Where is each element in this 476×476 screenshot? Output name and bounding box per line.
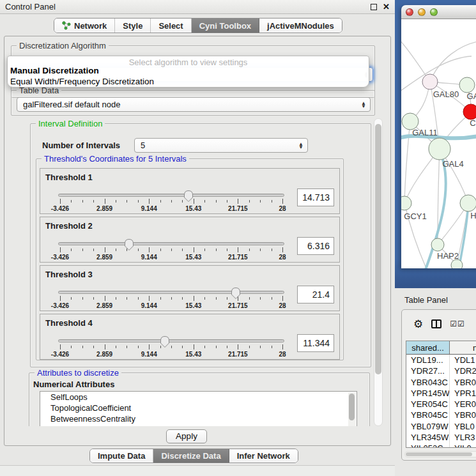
algorithm-dropdown-popup: Select algorithm to view settings Manual… <box>7 56 369 88</box>
close-icon[interactable]: ✕ <box>383 4 390 10</box>
network-edge-thick[interactable] <box>459 211 468 268</box>
network-node[interactable] <box>429 138 450 160</box>
network-view-window[interactable]: GAL80GACGAL11GAL4GCY1HHAP2 <box>401 5 476 268</box>
table-cell: YER054C <box>406 399 450 410</box>
threshold-value-field[interactable]: 21.4 <box>297 286 334 303</box>
table-row[interactable]: YBL079WYBL0 <box>406 421 476 432</box>
network-node[interactable] <box>460 195 476 211</box>
slider-thumb[interactable] <box>160 335 170 348</box>
table-horizontal-scrollbar[interactable] <box>404 451 476 457</box>
float-window-icon[interactable] <box>371 4 377 10</box>
attribute-item[interactable]: BetweennessCentrality <box>40 413 357 424</box>
threshold-slider[interactable]: -3.4262.8599.14415.4321.71528 <box>58 335 284 358</box>
tab-select[interactable]: Select <box>151 19 191 33</box>
network-node[interactable] <box>401 196 411 210</box>
slider-tick <box>138 249 139 251</box>
slider-tick <box>138 346 139 348</box>
threshold-value-field[interactable]: 6.316 <box>297 237 334 255</box>
threshold-value-field[interactable]: 14.713 <box>297 188 334 206</box>
tab-cyni-toolbox-label: Cyni Toolbox <box>199 21 251 31</box>
threshold-value-field[interactable]: 11.344 <box>297 334 334 352</box>
network-node[interactable] <box>431 238 444 251</box>
slider-tick <box>116 346 116 348</box>
slider-track[interactable] <box>58 339 284 342</box>
scrollbar-thumb[interactable] <box>375 124 381 374</box>
tab-infer-network[interactable]: Infer Network <box>229 449 298 463</box>
slider-track[interactable] <box>58 194 284 197</box>
slider-tick <box>249 249 250 251</box>
table-row[interactable]: YDL19...YDL1 <box>406 355 476 365</box>
table-row[interactable]: YER054CYER0 <box>406 399 476 410</box>
tab-network[interactable]: Network <box>54 19 115 33</box>
slider-thumb[interactable] <box>231 287 241 300</box>
slider-tick-label: 21.715 <box>228 351 248 358</box>
slider-thumb[interactable] <box>183 190 194 203</box>
slider-tick-label: -3.426 <box>51 302 69 309</box>
network-node[interactable] <box>463 104 476 119</box>
close-traffic-light-icon[interactable] <box>406 8 413 16</box>
table-row[interactable]: YDR27...YDR2 <box>406 365 476 376</box>
table-row[interactable]: YIL052CYIL0 <box>406 443 476 448</box>
thresholds-group: Threshold's Coordinates for 5 Intervals … <box>36 158 344 360</box>
slider-track[interactable] <box>58 291 284 294</box>
tab-style[interactable]: Style <box>115 19 151 33</box>
slider-tick <box>204 297 205 300</box>
slider-thumb[interactable] <box>124 238 134 251</box>
combo-stepper-icon: ▲▼ <box>361 102 366 108</box>
slider-tick <box>82 200 83 203</box>
slider-tick-label: 9.144 <box>141 302 157 309</box>
network-edge[interactable] <box>430 42 476 82</box>
column-header-shared-name[interactable]: shared... <box>406 341 450 354</box>
gear-icon[interactable]: ⚙ <box>413 319 423 330</box>
tab-cyni-toolbox[interactable]: Cyni Toolbox <box>192 19 259 33</box>
attribute-item[interactable]: SelfLoops <box>40 392 357 403</box>
attribute-item[interactable]: TopologicalCoefficient <box>40 403 357 413</box>
slider-tick-label: 2.859 <box>96 351 112 358</box>
table-row[interactable]: YPR145WYPR1 <box>406 388 476 399</box>
column-header-name[interactable]: n <box>450 341 476 354</box>
apply-button[interactable]: Apply <box>166 429 207 443</box>
network-node[interactable] <box>451 259 463 268</box>
checkboxes-icon[interactable]: ☑☑ <box>450 319 465 328</box>
scrollbar-thumb[interactable] <box>349 394 355 420</box>
slider-tick <box>149 296 150 301</box>
slider-tick <box>60 344 61 349</box>
control-panel: Control Panel ✕ Network Style <box>0 0 395 476</box>
table-cell: YBR0 <box>450 410 476 420</box>
algorithm-option-equal-width[interactable]: Equal Width/Frequency Discretization <box>10 77 366 87</box>
network-node[interactable] <box>422 74 438 89</box>
number-of-intervals-combobox[interactable]: 5 ▲▼ <box>134 138 308 153</box>
settings-scroll-area: Interval Definition Number of Intervals … <box>10 118 374 426</box>
network-edge[interactable] <box>404 121 410 203</box>
tab-jactivemnodules[interactable]: jActiveMNodules <box>259 19 342 33</box>
table-row[interactable]: YBR045CYBR0 <box>406 410 476 420</box>
network-node[interactable] <box>459 77 475 93</box>
threshold-slider[interactable]: -3.4262.8599.14415.4321.71528 <box>58 238 284 261</box>
table-cell: YDR27... <box>406 365 450 376</box>
tab-discretize-data[interactable]: Discretize Data <box>153 449 229 463</box>
network-window-titlebar[interactable] <box>401 5 476 19</box>
algorithm-option-manual[interactable]: Manual Discretization <box>10 66 366 76</box>
scrollbar-thumb[interactable] <box>406 452 472 456</box>
slider-tick <box>194 344 194 349</box>
numerical-attributes-list[interactable]: SelfLoopsTopologicalCoefficientBetweenne… <box>40 391 357 426</box>
slider-tick <box>171 249 172 251</box>
minimize-traffic-light-icon[interactable] <box>418 8 426 16</box>
threshold-slider[interactable]: -3.4262.8599.14415.4321.71528 <box>58 287 284 310</box>
threshold-slider[interactable]: -3.4262.8599.14415.4321.71528 <box>58 190 284 213</box>
table-row[interactable]: YBR043CYBR0 <box>406 377 476 388</box>
slider-tick <box>82 249 83 251</box>
table-row[interactable]: YLR345WYLR3 <box>406 432 476 443</box>
zoom-traffic-light-icon[interactable] <box>430 8 438 16</box>
tab-impute-data[interactable]: Impute Data <box>90 449 153 463</box>
table-data-combobox[interactable]: galFiltered.sif default node ▲▼ <box>17 97 371 112</box>
table-panel: Table Panel ⚙ ☑☑ shared... n YDL19...YDL… <box>395 288 476 476</box>
table-cell: YBL0 <box>450 421 476 432</box>
attributes-scrollbar[interactable] <box>348 392 356 426</box>
slider-track[interactable] <box>58 242 284 245</box>
split-view-icon[interactable] <box>431 319 441 328</box>
slider-tick <box>282 199 283 204</box>
table-body: YDL19...YDL1YDR27...YDR2YBR043CYBR0YPR14… <box>406 355 476 448</box>
network-canvas[interactable]: GAL80GACGAL11GAL4GCY1HHAP2 <box>401 19 476 268</box>
settings-vertical-scrollbar[interactable] <box>374 118 383 426</box>
